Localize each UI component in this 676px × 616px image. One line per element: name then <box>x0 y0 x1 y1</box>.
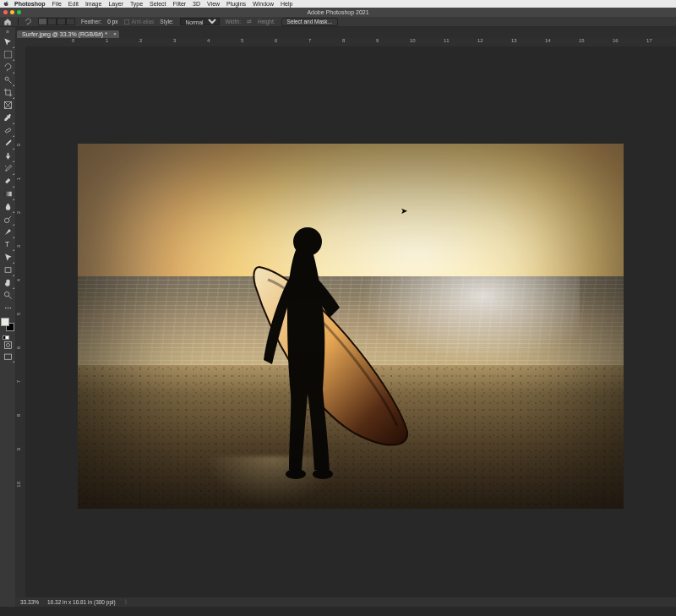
move-tool[interactable] <box>1 35 14 48</box>
select-and-mask-button[interactable]: Select and Mask... <box>281 18 338 26</box>
ruler-h-tick: 3 <box>173 38 176 43</box>
document-canvas[interactable]: ➤ <box>78 144 624 509</box>
ruler-v-tick: 10 <box>16 482 21 488</box>
eraser-tool[interactable] <box>1 175 14 188</box>
eyedropper-tool[interactable] <box>1 112 14 124</box>
document-tab[interactable]: Surfer.jpeg @ 33.3% (RGB/8#) * × <box>17 30 119 38</box>
quickmask-toggle[interactable] <box>1 339 14 351</box>
svg-rect-7 <box>5 268 11 273</box>
ruler-h-tick: 4 <box>207 38 210 43</box>
foreground-swatch[interactable] <box>1 318 9 326</box>
dodge-tool[interactable] <box>1 213 14 226</box>
width-label: Width: <box>226 19 241 25</box>
pen-tool[interactable] <box>1 226 14 238</box>
default-swap-swatches[interactable] <box>3 333 13 339</box>
image-vignette <box>78 144 624 509</box>
type-tool[interactable]: T <box>1 238 14 251</box>
status-menu-chevron-icon[interactable]: 〉 <box>124 598 130 607</box>
ruler-v-tick: 7 <box>16 380 21 383</box>
svg-rect-0 <box>4 51 11 57</box>
ruler-v-tick: 9 <box>16 448 21 450</box>
menu-edit[interactable]: Edit <box>68 1 79 7</box>
menu-image[interactable]: Image <box>85 1 101 7</box>
color-swatches[interactable] <box>1 318 14 331</box>
svg-rect-14 <box>4 354 11 359</box>
active-tool-icon[interactable] <box>25 18 32 25</box>
style-label: Style: <box>160 19 173 25</box>
svg-point-10 <box>7 308 8 308</box>
svg-point-1 <box>5 77 8 80</box>
frame-tool[interactable] <box>1 99 14 112</box>
ruler-vertical[interactable]: 0 1 2 3 4 5 6 7 8 9 10 <box>15 46 25 597</box>
selection-mode-group <box>38 18 75 25</box>
svg-rect-12 <box>4 341 11 348</box>
status-zoom[interactable]: 33.33% <box>20 599 39 605</box>
menu-plugins[interactable]: Plugins <box>226 1 246 7</box>
ruler-h-tick: 6 <box>275 38 277 43</box>
antialias-checkbox[interactable] <box>124 19 129 25</box>
gradient-tool[interactable] <box>1 188 14 200</box>
edit-toolbar-button[interactable] <box>1 302 14 314</box>
ruler-v-tick: 6 <box>16 346 21 349</box>
menu-view[interactable]: View <box>207 1 220 7</box>
quick-select-tool[interactable] <box>1 74 14 86</box>
tools-collapse-button[interactable]: » <box>1 29 14 35</box>
ruler-h-tick: 16 <box>613 38 619 43</box>
document-tabstrip: Surfer.jpeg @ 33.3% (RGB/8#) * × <box>15 27 676 38</box>
style-select[interactable]: Normal <box>180 18 220 25</box>
selection-subtract-button[interactable] <box>57 18 66 25</box>
canvas-viewport[interactable]: ➤ <box>25 46 676 597</box>
zoom-tool[interactable] <box>1 289 14 302</box>
menu-app[interactable]: Photoshop <box>14 1 46 7</box>
menu-select[interactable]: Select <box>150 1 166 7</box>
marquee-tool[interactable] <box>1 48 14 61</box>
tab-close-button[interactable]: × <box>113 31 117 36</box>
window-titlebar: Adobe Photoshop 2021 <box>0 8 676 17</box>
feather-value[interactable]: 0 px <box>107 19 117 25</box>
clone-stamp-tool[interactable] <box>1 150 14 162</box>
screenmode-button[interactable] <box>1 351 14 363</box>
selection-new-button[interactable] <box>38 18 47 25</box>
menu-layer[interactable]: Layer <box>108 1 123 7</box>
document-area: Surfer.jpeg @ 33.3% (RGB/8#) * × 0 1 2 3… <box>15 27 676 607</box>
svg-point-9 <box>5 308 6 308</box>
brush-tool[interactable] <box>1 137 14 150</box>
menu-type[interactable]: Type <box>130 1 143 7</box>
hand-tool[interactable] <box>1 276 14 289</box>
menu-window[interactable]: Window <box>253 1 274 7</box>
separator <box>18 18 19 25</box>
ruler-h-tick: 5 <box>241 38 243 43</box>
menu-help[interactable]: Help <box>281 1 292 7</box>
selection-intersect-button[interactable] <box>66 18 75 25</box>
ruler-h-tick: 12 <box>477 38 483 43</box>
selection-add-button[interactable] <box>47 18 57 25</box>
path-select-tool[interactable] <box>1 251 14 264</box>
status-doc-size: 16.32 in x 10.81 in (300 ppi) <box>47 599 116 605</box>
ruler-v-tick: 3 <box>16 245 21 248</box>
swap-dimensions-icon[interactable]: ⇄ <box>247 19 252 25</box>
ruler-v-tick: 0 <box>16 144 21 146</box>
ruler-v-tick: 1 <box>16 177 21 180</box>
svg-point-5 <box>4 218 9 223</box>
history-brush-tool[interactable] <box>1 162 14 175</box>
menu-3d[interactable]: 3D <box>193 1 200 7</box>
crop-tool[interactable] <box>1 86 14 99</box>
home-button[interactable] <box>3 18 12 26</box>
blur-tool[interactable] <box>1 200 14 213</box>
lasso-tool[interactable] <box>1 61 14 74</box>
ruler-h-tick: 1 <box>106 38 108 43</box>
rectangle-tool[interactable] <box>1 264 14 276</box>
status-bar: 33.33% 16.32 in x 10.81 in (300 ppi) 〉 <box>15 597 676 607</box>
ruler-v-tick: 4 <box>16 279 21 281</box>
ruler-origin[interactable] <box>15 38 25 46</box>
spot-heal-tool[interactable] <box>1 124 14 137</box>
ruler-h-tick: 0 <box>72 38 74 43</box>
apple-menu-icon[interactable] <box>3 1 9 8</box>
ruler-h-tick: 8 <box>342 38 345 43</box>
ruler-h-tick: 7 <box>308 38 311 43</box>
menu-file[interactable]: File <box>52 1 62 7</box>
svg-point-8 <box>4 292 9 297</box>
menu-filter[interactable]: Filter <box>173 1 187 7</box>
svg-rect-4 <box>4 192 11 197</box>
ruler-horizontal[interactable]: 0 1 2 3 4 5 6 7 8 9 10 11 12 13 14 15 16… <box>25 38 676 46</box>
